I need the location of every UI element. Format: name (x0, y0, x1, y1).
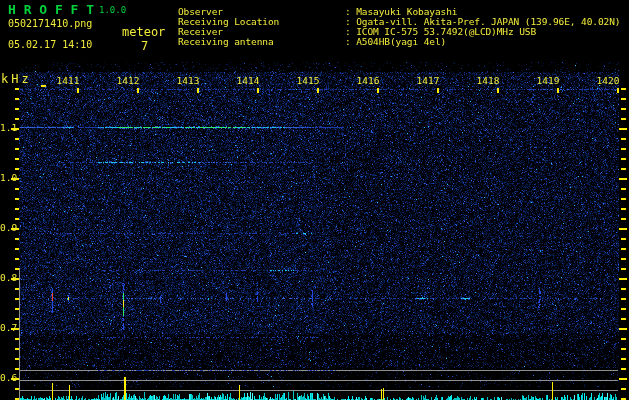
app-title: H R O F F T (8, 3, 94, 16)
info-label: Receiving antenna (178, 37, 345, 47)
x-axis-label: 1414 (235, 76, 261, 86)
meteor-count: 7 (141, 40, 148, 52)
y-axis-label: 1.0 (0, 173, 17, 183)
y-axis-unit: kHz (1, 73, 32, 85)
y-axis-label: 0.9 (0, 223, 17, 233)
hrofft-output-window: H R O F F T 1.0.0 0502171410.png meteor … (0, 0, 629, 400)
x-axis-label: 1417 (415, 76, 441, 86)
spectrogram-canvas (0, 0, 629, 400)
info-row-antenna: Receiving antenna: A504HB(yagi 4el) (178, 37, 446, 47)
y-axis-label: 0.7 (0, 323, 17, 333)
info-value: A504HB(yagi 4el) (356, 37, 446, 47)
observation-datetime: 05.02.17 14:10 (8, 40, 92, 50)
x-axis-label: 1419 (535, 76, 561, 86)
x-axis-label: 1416 (355, 76, 381, 86)
app-version: 1.0.0 (99, 6, 126, 15)
y-axis-label: 1.1 (0, 123, 17, 133)
info-separator: : (345, 37, 356, 47)
x-axis-label: 1413 (175, 76, 201, 86)
x-axis-label: 1412 (115, 76, 141, 86)
y-axis-label: 0.6 (0, 373, 17, 383)
x-axis-label: 1415 (295, 76, 321, 86)
x-axis-label: 1411 (55, 76, 81, 86)
y-axis-label: 0.8 (0, 273, 17, 283)
observation-mode: meteor (122, 26, 165, 38)
output-filename: 0502171410.png (8, 19, 92, 29)
x-axis-label: 1418 (475, 76, 501, 86)
x-axis-label: 1420 (595, 76, 621, 86)
